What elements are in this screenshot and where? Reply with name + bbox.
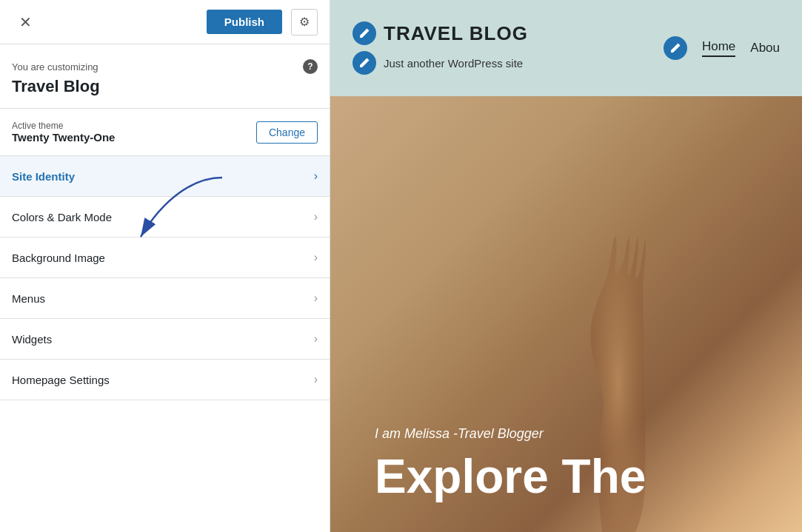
chevron-icon: › <box>314 169 318 183</box>
chevron-icon: › <box>314 210 318 223</box>
hero-subtitle: I am Melissa -Travel Blogger <box>375 426 646 442</box>
chevron-icon: › <box>314 292 318 305</box>
publish-button[interactable]: Publish <box>207 10 282 34</box>
nav-item-site-identity-label: Site Identity <box>12 170 75 183</box>
hero-title: Explore The <box>375 451 646 502</box>
edit-site-title-icon[interactable] <box>352 21 376 45</box>
help-icon[interactable]: ? <box>303 59 318 74</box>
hero-text-content: I am Melissa -Travel Blogger Explore The <box>375 426 646 502</box>
chevron-icon: › <box>314 373 318 386</box>
nav-item-widgets-label: Widgets <box>12 333 52 346</box>
site-tagline-row: Just another WordPress site <box>352 51 528 75</box>
change-theme-button[interactable]: Change <box>256 121 318 144</box>
pencil-icon <box>358 27 370 39</box>
preview-site-tagline: Just another WordPress site <box>384 57 523 70</box>
preview-nav-home[interactable]: Home <box>702 39 735 57</box>
customizer-nav: Site Identity › Colors & Dark Mode › Bac… <box>0 156 330 532</box>
top-bar: ✕ Publish ⚙ <box>0 0 330 44</box>
site-branding: TRAVEL BLOG Just another WordPress site <box>352 21 528 75</box>
preview-site-title: TRAVEL BLOG <box>384 22 528 45</box>
nav-item-background-image[interactable]: Background Image › <box>0 238 330 278</box>
nav-item-background-label: Background Image <box>12 252 105 264</box>
pencil-icon <box>358 57 370 69</box>
edit-tagline-icon[interactable] <box>352 51 376 75</box>
nav-item-colors-dark-mode[interactable]: Colors & Dark Mode › <box>0 197 330 238</box>
preview-panel: TRAVEL BLOG Just another WordPress site … <box>330 0 802 532</box>
nav-item-homepage-label: Homepage Settings <box>12 374 110 386</box>
theme-label: Active theme <box>12 121 115 131</box>
customizer-panel: ✕ Publish ⚙ You are customizing ? Travel… <box>0 0 330 532</box>
pencil-icon <box>669 42 681 54</box>
customizing-header: You are customizing ? Travel Blog <box>0 44 330 109</box>
nav-item-widgets[interactable]: Widgets › <box>0 319 330 360</box>
nav-item-homepage-settings[interactable]: Homepage Settings › <box>0 360 330 400</box>
theme-section: Active theme Twenty Twenty-One Change <box>0 109 330 156</box>
site-nav-preview: Home Abou <box>664 36 780 60</box>
settings-button[interactable]: ⚙ <box>291 9 318 36</box>
theme-info: Active theme Twenty Twenty-One <box>12 121 115 144</box>
edit-nav-icon[interactable] <box>664 36 687 60</box>
customizing-site-name: Travel Blog <box>12 77 318 96</box>
nav-item-menus-label: Menus <box>12 292 45 305</box>
customizing-label-row: You are customizing ? <box>12 59 318 74</box>
chevron-icon: › <box>314 251 318 264</box>
hero-preview: I am Melissa -Travel Blogger Explore The <box>330 96 802 532</box>
site-title-preview: TRAVEL BLOG <box>352 21 528 45</box>
site-header-preview: TRAVEL BLOG Just another WordPress site … <box>330 0 802 96</box>
theme-name: Twenty Twenty-One <box>12 131 115 144</box>
customizing-label-text: You are customizing <box>12 61 98 73</box>
nav-item-colors-label: Colors & Dark Mode <box>12 211 112 223</box>
preview-nav-about[interactable]: Abou <box>750 41 780 55</box>
nav-item-site-identity[interactable]: Site Identity › <box>0 156 330 197</box>
nav-item-menus[interactable]: Menus › <box>0 278 330 319</box>
close-button[interactable]: ✕ <box>12 9 39 36</box>
chevron-icon: › <box>314 332 318 346</box>
